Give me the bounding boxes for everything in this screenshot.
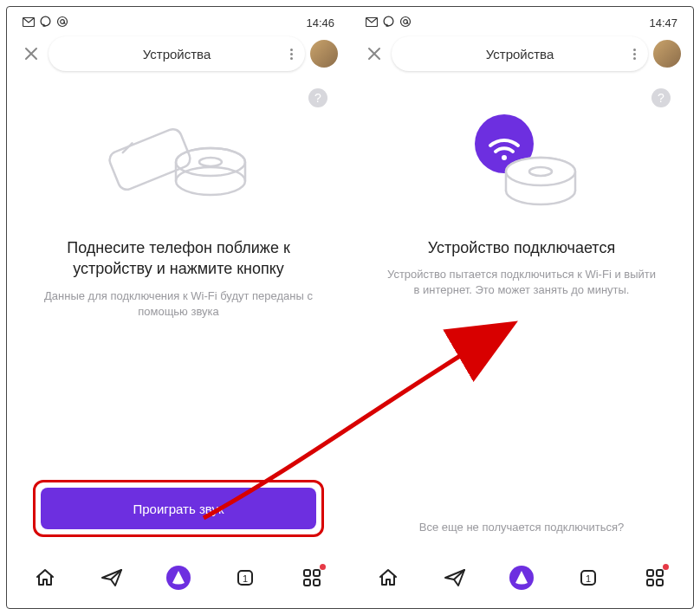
svg-rect-13 [314, 570, 320, 576]
title-pill[interactable]: Устройства [49, 36, 305, 71]
at-icon [56, 16, 68, 30]
play-sound-button[interactable]: Проиграть звук [41, 488, 316, 529]
nav-send[interactable] [438, 560, 472, 595]
title-pill[interactable]: Устройства [392, 36, 648, 71]
svg-point-21 [502, 155, 507, 160]
avatar[interactable] [310, 40, 338, 68]
phone-screen-left: 14:46 Устройства ? [12, 12, 345, 601]
svg-point-3 [61, 19, 65, 23]
svg-rect-31 [657, 579, 663, 586]
nav-send[interactable] [94, 560, 129, 595]
nav-apps[interactable] [295, 560, 329, 595]
nav-apps[interactable] [638, 560, 672, 595]
close-button[interactable] [19, 42, 43, 66]
svg-point-2 [58, 16, 68, 26]
help-icon[interactable]: ? [651, 88, 671, 107]
svg-point-17 [384, 16, 393, 26]
content-area: ? Устройство п [355, 74, 688, 554]
mail-icon [23, 16, 35, 29]
avatar[interactable] [653, 40, 681, 68]
nav-home[interactable] [28, 560, 62, 595]
status-bar: 14:47 [355, 12, 688, 33]
title-text: Устройства [143, 47, 211, 62]
svg-point-19 [404, 19, 408, 23]
svg-text:1: 1 [586, 573, 591, 584]
title-text: Устройства [486, 47, 554, 62]
notification-dot [320, 564, 326, 570]
phone-speaker-illustration [96, 102, 261, 223]
svg-point-18 [401, 16, 411, 26]
at-icon [399, 16, 412, 30]
heading-text: Устройство подключается [428, 237, 615, 258]
wifi-speaker-illustration [439, 102, 604, 223]
whatsapp-icon [383, 16, 394, 29]
annotation-highlight: Проиграть звук [33, 480, 324, 537]
svg-rect-15 [314, 579, 320, 586]
heading-text: Поднесите телефон поближе к устройству и… [33, 237, 324, 280]
bottom-nav: 1 [12, 554, 345, 601]
svg-rect-14 [304, 579, 310, 586]
top-bar: Устройства [355, 33, 688, 74]
close-button[interactable] [362, 42, 386, 66]
svg-rect-4 [107, 126, 193, 192]
top-bar: Устройства [12, 33, 345, 74]
svg-point-24 [529, 167, 552, 176]
status-bar: 14:46 [12, 12, 345, 33]
svg-rect-30 [647, 579, 653, 586]
clock-text: 14:46 [306, 16, 334, 29]
content-area: ? Поднесите телефон поближе к устр [12, 74, 345, 554]
bottom-nav: 1 [355, 554, 688, 601]
troubleshoot-link[interactable]: Все еще не получается подключиться? [419, 521, 624, 534]
svg-rect-12 [304, 570, 310, 576]
help-icon[interactable]: ? [308, 88, 327, 107]
svg-rect-29 [657, 570, 663, 576]
notification-dot [663, 564, 669, 570]
phone-screen-right: 14:47 Устройства ? [355, 12, 688, 601]
whatsapp-icon [40, 16, 51, 29]
svg-point-7 [176, 148, 245, 176]
nav-alice[interactable] [161, 560, 196, 595]
svg-rect-28 [647, 570, 653, 576]
subtext: Данные для подключения к Wi-Fi будут пер… [40, 288, 317, 320]
more-icon[interactable] [633, 49, 636, 60]
mail-icon [366, 16, 378, 29]
clock-text: 14:47 [649, 16, 677, 29]
nav-home[interactable] [371, 560, 405, 595]
nav-tabs[interactable]: 1 [228, 560, 262, 595]
svg-point-8 [199, 158, 222, 166]
svg-point-1 [41, 16, 50, 26]
nav-alice[interactable] [504, 560, 539, 595]
subtext: Устройство пытается подключиться к Wi-Fi… [383, 267, 660, 298]
image-frame: 14:46 Устройства ? [6, 6, 694, 609]
svg-text:1: 1 [243, 573, 248, 584]
more-icon[interactable] [290, 49, 293, 60]
nav-tabs[interactable]: 1 [571, 560, 606, 595]
